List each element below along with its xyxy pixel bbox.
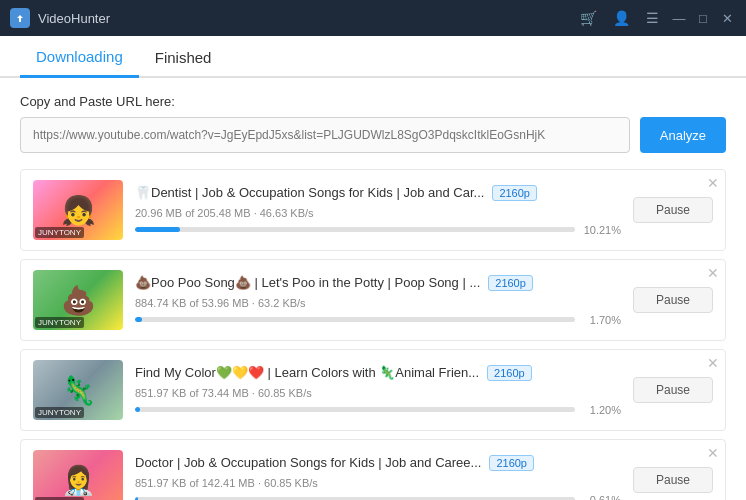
item-title-4: Doctor | Job & Occupation Songs for Kids… — [135, 455, 481, 470]
item-actions-1: Pause — [633, 197, 713, 223]
close-button[interactable]: ✕ — [718, 9, 736, 27]
progress-row-4: 0.61% — [135, 494, 621, 501]
download-item-2: ✕ 💩 JUNYTONY 💩Poo Poo Song💩 | Let's Poo … — [20, 259, 726, 341]
progress-row-3: 1.20% — [135, 404, 621, 416]
download-item-3: ✕ 🦎 JUNYTONY Find My Color💚💛❤️ | Learn C… — [20, 349, 726, 431]
item-title-row-4: Doctor | Job & Occupation Songs for Kids… — [135, 455, 621, 471]
quality-badge-2: 2160p — [488, 275, 533, 291]
item-info-2: 💩Poo Poo Song💩 | Let's Poo in the Potty … — [135, 275, 621, 326]
thumbnail-3: 🦎 JUNYTONY — [33, 360, 123, 420]
progress-fill-2 — [135, 317, 142, 322]
thumbnail-2: 💩 JUNYTONY — [33, 270, 123, 330]
progress-pct-1: 10.21% — [583, 224, 621, 236]
channel-logo-2: JUNYTONY — [35, 317, 84, 328]
progress-row-2: 1.70% — [135, 314, 621, 326]
minimize-button[interactable]: — — [670, 9, 688, 27]
item-title-row-1: 🦷Dentist | Job & Occupation Songs for Ki… — [135, 185, 621, 201]
pause-button-4[interactable]: Pause — [633, 467, 713, 493]
pause-button-3[interactable]: Pause — [633, 377, 713, 403]
titlebar: VideoHunter 🛒 👤 ☰ — □ ✕ — [0, 0, 746, 36]
item-actions-2: Pause — [633, 287, 713, 313]
titlebar-controls: 🛒 👤 ☰ — □ ✕ — [575, 8, 736, 28]
download-list: ✕ 👧 JUNYTONY 🦷Dentist | Job & Occupation… — [20, 169, 726, 500]
progress-row-1: 10.21% — [135, 224, 621, 236]
download-item-1: ✕ 👧 JUNYTONY 🦷Dentist | Job & Occupation… — [20, 169, 726, 251]
item-title-3: Find My Color💚💛❤️ | Learn Colors with 🦎A… — [135, 365, 479, 380]
app-window: VideoHunter 🛒 👤 ☰ — □ ✕ Downloading Fini… — [0, 0, 746, 500]
item-title-2: 💩Poo Poo Song💩 | Let's Poo in the Potty … — [135, 275, 480, 290]
quality-badge-4: 2160p — [489, 455, 534, 471]
progress-bar-1 — [135, 227, 575, 232]
progress-pct-2: 1.70% — [583, 314, 621, 326]
close-item-2[interactable]: ✕ — [707, 266, 719, 280]
main-content: Copy and Paste URL here: Analyze ✕ 👧 JUN… — [0, 78, 746, 500]
maximize-button[interactable]: □ — [694, 9, 712, 27]
item-info-4: Doctor | Job & Occupation Songs for Kids… — [135, 455, 621, 501]
url-label: Copy and Paste URL here: — [20, 94, 726, 109]
item-info-1: 🦷Dentist | Job & Occupation Songs for Ki… — [135, 185, 621, 236]
tab-downloading[interactable]: Downloading — [20, 36, 139, 78]
user-icon[interactable]: 👤 — [608, 8, 635, 28]
close-item-3[interactable]: ✕ — [707, 356, 719, 370]
channel-logo-1: JUNYTONY — [35, 227, 84, 238]
item-stats-2: 884.74 KB of 53.96 MB · 63.2 KB/s — [135, 297, 621, 309]
item-stats-1: 20.96 MB of 205.48 MB · 46.63 KB/s — [135, 207, 621, 219]
thumbnail-1: 👧 JUNYTONY — [33, 180, 123, 240]
progress-pct-4: 0.61% — [583, 494, 621, 501]
url-input[interactable] — [20, 117, 630, 153]
close-item-1[interactable]: ✕ — [707, 176, 719, 190]
channel-logo-3: JUNYTONY — [35, 407, 84, 418]
item-stats-3: 851.97 KB of 73.44 MB · 60.85 KB/s — [135, 387, 621, 399]
item-stats-4: 851.97 KB of 142.41 MB · 60.85 KB/s — [135, 477, 621, 489]
cart-icon[interactable]: 🛒 — [575, 8, 602, 28]
thumbnail-4: 👩‍⚕️ JUNYTONY — [33, 450, 123, 500]
progress-fill-3 — [135, 407, 140, 412]
analyze-button[interactable]: Analyze — [640, 117, 726, 153]
menu-icon[interactable]: ☰ — [641, 8, 664, 28]
quality-badge-3: 2160p — [487, 365, 532, 381]
progress-bar-2 — [135, 317, 575, 322]
titlebar-left: VideoHunter — [10, 8, 110, 28]
item-actions-3: Pause — [633, 377, 713, 403]
url-section: Copy and Paste URL here: Analyze — [20, 94, 726, 153]
progress-pct-3: 1.20% — [583, 404, 621, 416]
item-title-row-2: 💩Poo Poo Song💩 | Let's Poo in the Potty … — [135, 275, 621, 291]
download-item-4: ✕ 👩‍⚕️ JUNYTONY Doctor | Job & Occupatio… — [20, 439, 726, 500]
pause-button-2[interactable]: Pause — [633, 287, 713, 313]
app-title: VideoHunter — [38, 11, 110, 26]
item-actions-4: Pause — [633, 467, 713, 493]
url-input-row: Analyze — [20, 117, 726, 153]
item-info-3: Find My Color💚💛❤️ | Learn Colors with 🦎A… — [135, 365, 621, 416]
tabs-bar: Downloading Finished — [0, 36, 746, 78]
close-item-4[interactable]: ✕ — [707, 446, 719, 460]
tab-finished[interactable]: Finished — [139, 37, 228, 76]
quality-badge-1: 2160p — [492, 185, 537, 201]
app-icon — [10, 8, 30, 28]
progress-fill-1 — [135, 227, 180, 232]
item-title-1: 🦷Dentist | Job & Occupation Songs for Ki… — [135, 185, 484, 200]
pause-button-1[interactable]: Pause — [633, 197, 713, 223]
progress-bar-3 — [135, 407, 575, 412]
item-title-row-3: Find My Color💚💛❤️ | Learn Colors with 🦎A… — [135, 365, 621, 381]
